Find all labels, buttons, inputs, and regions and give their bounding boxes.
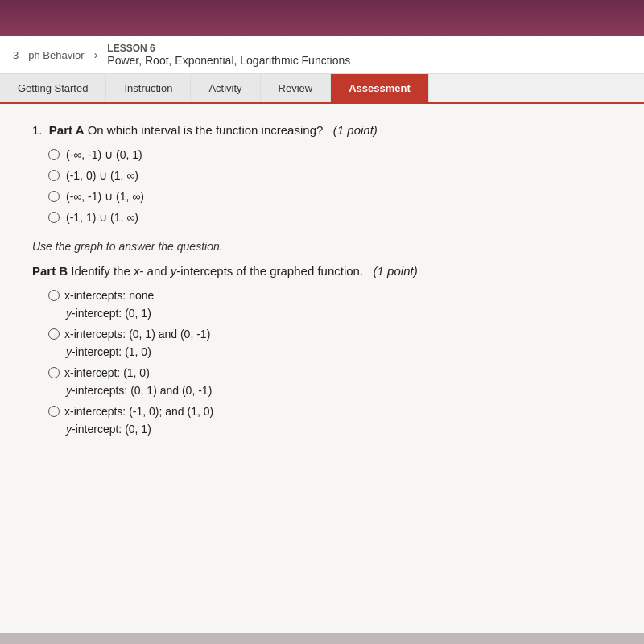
option-b3-text: x-intercept: (1, 0)	[64, 366, 150, 379]
radio-b3	[48, 367, 60, 378]
part-b-text: Identify the x- and y-intercepts of the …	[71, 264, 369, 278]
option-a4-text: (-1, 1) ∪ (1, ∞)	[66, 211, 138, 224]
option-b2-text: x-intercepts: (0, 1) and (0, -1)	[64, 328, 210, 341]
tabs-bar: Getting Started Instruction Activity Rev…	[0, 74, 644, 104]
tab-getting-started[interactable]: Getting Started	[0, 74, 106, 102]
option-b1[interactable]: x-intercepts: none	[48, 289, 612, 302]
option-a4[interactable]: (-1, 1) ∪ (1, ∞)	[48, 211, 612, 224]
lesson-title-block: LESSON 6 Power, Root, Exponential, Logar…	[107, 43, 350, 67]
radio-a4	[48, 212, 60, 223]
option-a3-text: (-∞, -1) ∪ (1, ∞)	[66, 190, 144, 203]
option-b4-sub-text: y-intercept: (0, 1)	[66, 423, 151, 436]
lesson-header: 3 ph Behavior › LESSON 6 Power, Root, Ex…	[0, 36, 644, 74]
tab-activity[interactable]: Activity	[191, 74, 260, 102]
part-b-label: Part B	[32, 264, 68, 278]
tab-instruction[interactable]: Instruction	[106, 74, 191, 102]
option-b1-sub-text: y-intercept: (0, 1)	[66, 307, 151, 320]
option-b1-text: x-intercepts: none	[64, 289, 154, 302]
main-content: 1. Part A On which interval is the funct…	[0, 104, 644, 633]
question-1-block: 1. Part A On which interval is the funct…	[32, 123, 612, 224]
option-b4-sub: y-intercept: (0, 1)	[48, 423, 612, 436]
option-b2-sub-text: y-intercept: (1, 0)	[66, 345, 151, 358]
question-1-header: 1. Part A On which interval is the funct…	[32, 123, 612, 137]
option-b2-sub: y-intercept: (1, 0)	[48, 345, 612, 358]
part-a-text: On which interval is the function increa…	[88, 123, 330, 137]
lesson-subtitle: ph Behavior	[28, 49, 84, 61]
option-a2[interactable]: (-1, 0) ∪ (1, ∞)	[48, 169, 612, 182]
chevron-icon: ›	[94, 48, 98, 61]
radio-b1	[48, 290, 60, 301]
part-b-points: (1 point)	[374, 264, 418, 278]
option-b4-text: x-intercepts: (-1, 0); and (1, 0)	[64, 405, 213, 418]
option-a3[interactable]: (-∞, -1) ∪ (1, ∞)	[48, 190, 612, 203]
part-b-header: Part B Identify the x- and y-intercepts …	[32, 264, 612, 278]
option-a1-text: (-∞, -1) ∪ (0, 1)	[66, 148, 142, 161]
option-b2[interactable]: x-intercepts: (0, 1) and (0, -1)	[48, 328, 612, 341]
option-b3[interactable]: x-intercept: (1, 0)	[48, 366, 612, 379]
part-b-options-list: x-intercepts: none y-intercept: (0, 1) x…	[32, 289, 612, 436]
lesson-title: Power, Root, Exponential, Logarithmic Fu…	[107, 54, 350, 67]
top-bar	[0, 0, 644, 36]
radio-b4	[48, 406, 60, 417]
lesson-number: 3	[13, 49, 19, 61]
radio-a1	[48, 149, 60, 160]
part-a-label: Part A	[49, 123, 85, 137]
options-list-a: (-∞, -1) ∪ (0, 1) (-1, 0) ∪ (1, ∞) (-∞, …	[32, 148, 612, 224]
option-b3-sub-text: y-intercepts: (0, 1) and (0, -1)	[66, 384, 212, 397]
lesson-label: LESSON 6	[107, 43, 350, 54]
option-b3-sub: y-intercepts: (0, 1) and (0, -1)	[48, 384, 612, 397]
option-a2-text: (-1, 0) ∪ (1, ∞)	[66, 169, 138, 182]
tab-review[interactable]: Review	[261, 74, 332, 102]
question-number: 1.	[32, 123, 46, 137]
part-a-points: (1 point)	[333, 123, 378, 137]
radio-a2	[48, 170, 60, 181]
option-b4[interactable]: x-intercepts: (-1, 0); and (1, 0)	[48, 405, 612, 418]
question-part-b-block: Part B Identify the x- and y-intercepts …	[32, 264, 612, 436]
radio-b2	[48, 328, 60, 340]
option-b1-sub: y-intercept: (0, 1)	[48, 307, 612, 320]
instruction-text: Use the graph to answer the question.	[32, 240, 612, 253]
option-a1[interactable]: (-∞, -1) ∪ (0, 1)	[48, 148, 612, 161]
tab-assessment[interactable]: Assessment	[331, 74, 429, 102]
radio-a3	[48, 191, 60, 202]
